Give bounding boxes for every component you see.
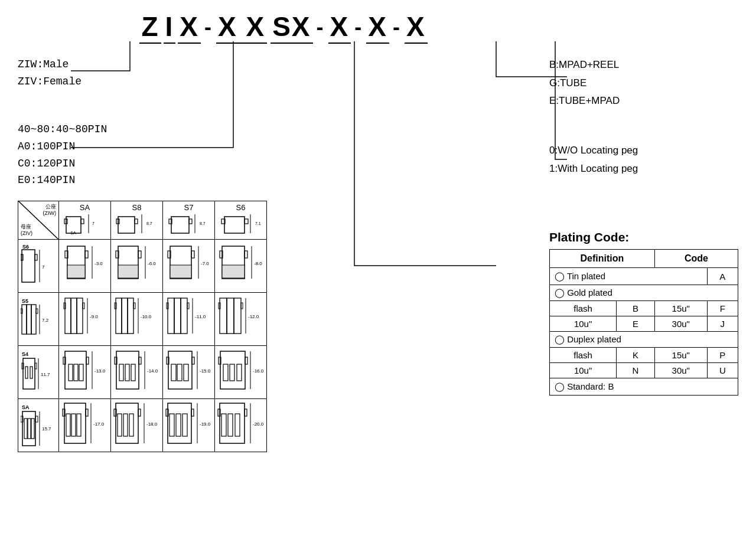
svg-text:8.7: 8.7 [146,221,152,226]
svg-rect-156 [170,414,174,436]
pn-dash1: - [201,15,216,40]
duplex-plated-header: ◯ Duplex plated [550,332,738,348]
svg-rect-71 [133,303,135,309]
gold-10u-row: 10u" E 30u" J [550,316,738,332]
grid-row-s4-label: S4 11.7 [18,346,59,399]
ziv-label: ZIV:Female [18,73,82,90]
svg-rect-117 [184,364,188,381]
loc-0: 0:W/O Locating peg [549,142,738,160]
grid-s4-s7: -15.0 [163,346,215,399]
pkg-b: B:MPAD+REEL [549,56,738,74]
grid-col-s6: S6 7.1 [215,201,267,240]
svg-rect-62 [77,298,83,334]
grid-s4-s6: -16.0 [215,346,267,399]
svg-text:-7.0: -7.0 [201,261,209,266]
svg-text:-13.0: -13.0 [94,368,106,374]
grid-row-s6-label: S6 7 [18,240,59,293]
svg-text:-6.0: -6.0 [148,261,156,266]
svg-rect-149 [123,414,128,436]
svg-rect-145 [116,403,138,443]
plating-header-code: Code [654,250,738,268]
gold-flash-label: flash [550,301,617,316]
gold-flash-row: flash B 15u" F [550,301,738,316]
svg-rect-93 [30,367,32,378]
standard-label: ◯ Standard: B [550,378,738,396]
duplex-10u-row: 10u" N 30u" U [550,363,738,378]
duplex-10u-label: 10u" [550,363,617,378]
duplex-plated-label: ◯ Duplex plated [550,332,738,348]
svg-rect-132 [24,419,27,439]
svg-rect-31 [67,265,85,278]
svg-text:S5: S5 [22,298,28,304]
svg-rect-24 [35,254,37,260]
svg-rect-107 [119,364,123,381]
pin-40-80: 40~80:40~80PIN [18,121,107,138]
pn-dash2: - [313,15,328,40]
grid-s5-sa: -9.0 [59,293,111,346]
svg-rect-89 [23,358,35,389]
svg-text:7: 7 [92,221,94,226]
svg-rect-138 [63,409,65,416]
svg-rect-157 [176,414,181,436]
pn-x2: X [328,11,351,44]
svg-rect-78 [187,303,189,309]
plating-section: Plating Code: Definition Code ◯ Tin plat… [549,230,738,396]
svg-text:11.7: 11.7 [41,372,50,377]
gold-10u-label: 10u" [550,316,617,332]
grid-sa-s7: -19.0 [163,399,215,452]
gold-30u-label: 30u" [654,316,707,332]
svg-rect-115 [171,364,176,381]
svg-rect-43 [170,265,191,278]
grid-sa-sa: -17.0 [59,399,111,452]
pin-e0: E0:140PIN [18,172,107,189]
gold-plated-header: ◯ Gold plated [550,285,738,301]
svg-rect-17 [224,217,245,233]
svg-rect-37 [118,265,138,278]
svg-rect-101 [79,364,83,381]
duplex-30u-code: U [707,363,738,378]
connector-grid-table: 公座(ZIW) 母座(ZIV) SA SA 7 [18,201,267,452]
grid-s4-s8: -14.0 [111,346,163,399]
pn-x4: X [405,11,428,44]
gold-30u-code: J [707,316,738,332]
grid-s5-s7: -11.0 [163,293,215,346]
svg-rect-142 [77,414,81,436]
svg-rect-161 [220,403,245,443]
svg-rect-54 [27,305,31,334]
duplex-30u-label: 30u" [654,363,707,378]
svg-rect-97 [63,357,66,364]
pn-sx: SX [271,11,312,44]
tin-plated-code: A [707,268,738,285]
svg-rect-150 [129,414,133,436]
svg-text:-19.0: -19.0 [200,421,211,427]
pn-x3: X [366,11,389,44]
grid-s6-s6: -8.0 [215,240,267,293]
gender-description: ZIW:Male ZIV:Female [18,56,82,90]
duplex-flash-row: flash K 15u" P [550,348,738,363]
grid-col-s7: S7 8.7 [163,201,215,240]
svg-rect-74 [168,298,174,334]
svg-rect-137 [64,403,86,443]
svg-text:7: 7 [42,264,45,270]
svg-rect-7 [118,217,135,233]
svg-text:SA: SA [22,404,30,410]
plating-title: Plating Code: [549,230,738,244]
duplex-flash-code: K [617,348,655,363]
svg-text:S6: S6 [22,244,29,250]
svg-rect-165 [228,414,233,436]
pn-dash3: - [351,15,366,40]
svg-rect-64 [83,303,84,309]
svg-text:15.7: 15.7 [42,426,51,432]
svg-rect-61 [71,298,77,334]
grid-header-topleft: 公座(ZIW) 母座(ZIV) [18,201,59,240]
svg-rect-109 [131,364,135,381]
svg-text:8.7: 8.7 [200,221,206,226]
plating-table: Definition Code ◯ Tin plated A ◯ Gold pl… [549,249,738,396]
gold-plated-label: ◯ Gold plated [550,285,738,301]
svg-rect-164 [221,414,226,436]
grid-female-label: 母座(ZIV) [21,224,32,237]
duplex-flash-label: flash [550,348,617,363]
plating-header-definition: Definition [550,250,655,268]
svg-text:-15.0: -15.0 [200,368,211,374]
gold-15u-code: F [707,301,738,316]
